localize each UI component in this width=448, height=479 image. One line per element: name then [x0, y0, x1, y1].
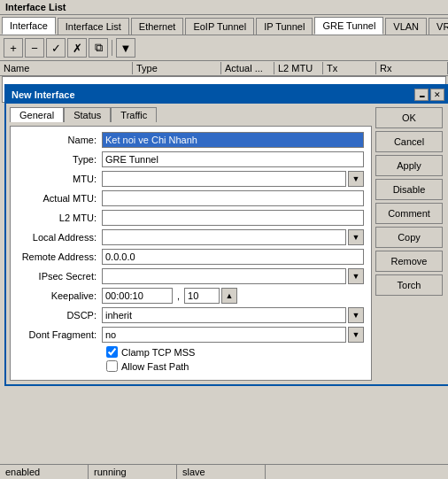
remote-address-input[interactable]	[102, 249, 364, 265]
remove-button[interactable]: −	[25, 38, 44, 58]
actual-mtu-input[interactable]	[102, 190, 364, 206]
l2mtu-row: L2 MTU:	[18, 210, 364, 226]
check-button[interactable]: ✓	[46, 38, 66, 58]
dscp-label: DSCP:	[18, 310, 102, 321]
add-button[interactable]: +	[4, 38, 23, 58]
dialog-controls: 🗕 ✕	[414, 89, 444, 101]
l2mtu-control	[102, 210, 364, 226]
type-control	[102, 151, 364, 167]
remote-address-label: Remote Address:	[18, 251, 102, 262]
remote-address-row: Remote Address:	[18, 249, 364, 265]
col-type: Type	[133, 62, 221, 74]
local-address-input[interactable]	[102, 229, 346, 245]
col-name: Name	[0, 62, 133, 74]
dialog-close-button[interactable]: ✕	[430, 89, 444, 101]
ok-button[interactable]: OK	[375, 107, 443, 128]
remote-address-control	[102, 249, 364, 265]
dialog-title: New Interface	[12, 89, 75, 100]
tab-interface-list[interactable]: Interface List	[58, 18, 129, 35]
torch-button[interactable]: Torch	[375, 274, 443, 296]
mtu-dropdown-btn[interactable]: ▼	[348, 171, 364, 187]
name-label: Name:	[18, 135, 102, 145]
cancel-button[interactable]: Cancel	[375, 131, 443, 152]
tab-interface[interactable]: Interface	[2, 17, 56, 35]
tab-general[interactable]: General	[10, 107, 64, 122]
tab-status[interactable]: Status	[64, 107, 111, 122]
dont-fragment-label: Dont Fragment:	[18, 329, 102, 340]
col-rx: Rx	[376, 62, 448, 74]
tab-ip-tunnel[interactable]: IP Tunnel	[256, 18, 313, 35]
l2mtu-label: L2 MTU:	[18, 212, 102, 223]
name-input[interactable]	[102, 132, 364, 148]
keepalive-label: Keepalive:	[18, 290, 102, 301]
disable-button[interactable]: Disable	[375, 179, 443, 200]
allow-fast-path-label: Allow Fast Path	[121, 361, 189, 372]
statusbar-status3: slave	[177, 465, 266, 479]
dont-fragment-dropdown-btn[interactable]: ▼	[348, 327, 364, 343]
local-address-label: Local Address:	[18, 232, 102, 243]
actual-mtu-label: Actual MTU:	[18, 193, 102, 204]
col-tx: Tx	[323, 62, 376, 74]
dont-fragment-input[interactable]	[102, 327, 346, 343]
mtu-control: ▼	[102, 171, 364, 187]
dscp-control: ▼	[102, 307, 364, 323]
form-area: Name: Type: MTU: ▼	[10, 126, 372, 381]
tab-gre-tunnel[interactable]: GRE Tunnel	[314, 17, 383, 35]
name-row: Name:	[18, 132, 364, 148]
dialog-right-buttons: OK Cancel Apply Disable Comment Copy Rem…	[375, 107, 446, 381]
ipsec-secret-label: IPsec Secret:	[18, 271, 102, 282]
keepalive-input2[interactable]	[184, 288, 220, 304]
remove-button[interactable]: Remove	[375, 251, 443, 272]
inner-tab-bar: General Status Traffic	[10, 107, 372, 122]
comment-button[interactable]: Comment	[375, 203, 443, 224]
top-tab-bar: Interface Interface List Ethernet EoIP T…	[0, 15, 448, 35]
new-interface-dialog: New Interface 🗕 ✕ General Status Traffic…	[4, 84, 448, 386]
allow-fast-path-checkbox[interactable]	[106, 360, 118, 372]
filter-button[interactable]: ▼	[116, 38, 135, 58]
actual-mtu-row: Actual MTU:	[18, 190, 364, 206]
toolbar: + − ✓ ✗ ⧉ ▼	[0, 35, 448, 61]
tab-ethernet[interactable]: Ethernet	[131, 18, 184, 35]
copy-toolbar-button[interactable]: ⧉	[89, 38, 108, 58]
local-address-control: ▼	[102, 229, 364, 245]
statusbar-status1: enabled	[0, 465, 89, 479]
table-header: Name Type Actual ... L2 MTU Tx Rx	[0, 61, 448, 76]
allow-fast-path-row: Allow Fast Path	[18, 360, 364, 372]
clamp-tcp-checkbox[interactable]	[106, 346, 118, 358]
dialog-left: General Status Traffic Name: Type:	[10, 107, 372, 381]
keepalive-control: , ▲	[102, 288, 364, 304]
keepalive-row: Keepalive: , ▲	[18, 288, 364, 304]
mtu-row: MTU: ▼	[18, 171, 364, 187]
keepalive-input[interactable]	[102, 288, 173, 304]
apply-button[interactable]: Apply	[375, 155, 443, 176]
dont-fragment-row: Dont Fragment: ▼	[18, 327, 364, 343]
tab-eoip-tunnel[interactable]: EoIP Tunnel	[185, 18, 254, 35]
tab-vrrp[interactable]: VRRP	[429, 18, 448, 35]
type-label: Type:	[18, 154, 102, 165]
x-button[interactable]: ✗	[67, 38, 87, 58]
ipsec-secret-row: IPsec Secret: ▼	[18, 268, 364, 284]
ipsec-dropdown-btn[interactable]: ▼	[348, 268, 364, 284]
mtu-input[interactable]	[102, 171, 346, 187]
window-title: Interface List	[0, 0, 448, 15]
col-l2mtu: L2 MTU	[274, 62, 323, 74]
l2mtu-input[interactable]	[102, 210, 364, 226]
ipsec-secret-input[interactable]	[102, 268, 346, 284]
clamp-tcp-row: Clamp TCP MSS	[18, 346, 364, 358]
type-input[interactable]	[102, 151, 364, 167]
dialog-body: General Status Traffic Name: Type:	[6, 104, 448, 384]
local-address-row: Local Address: ▼	[18, 229, 364, 245]
dscp-input[interactable]	[102, 307, 346, 323]
tab-vlan[interactable]: VLAN	[385, 18, 427, 35]
dscp-dropdown-btn[interactable]: ▼	[348, 307, 364, 323]
keepalive-up-btn[interactable]: ▲	[221, 288, 237, 304]
tab-traffic[interactable]: Traffic	[111, 107, 157, 122]
dialog-minimize-button[interactable]: 🗕	[414, 89, 429, 101]
statusbar: enabled running slave	[0, 464, 448, 479]
dscp-row: DSCP: ▼	[18, 307, 364, 323]
local-address-dropdown-btn[interactable]: ▼	[348, 229, 364, 245]
copy-button[interactable]: Copy	[375, 227, 443, 248]
keepalive-separator: ,	[174, 290, 182, 301]
ipsec-secret-control: ▼	[102, 268, 364, 284]
dont-fragment-control: ▼	[102, 327, 364, 343]
